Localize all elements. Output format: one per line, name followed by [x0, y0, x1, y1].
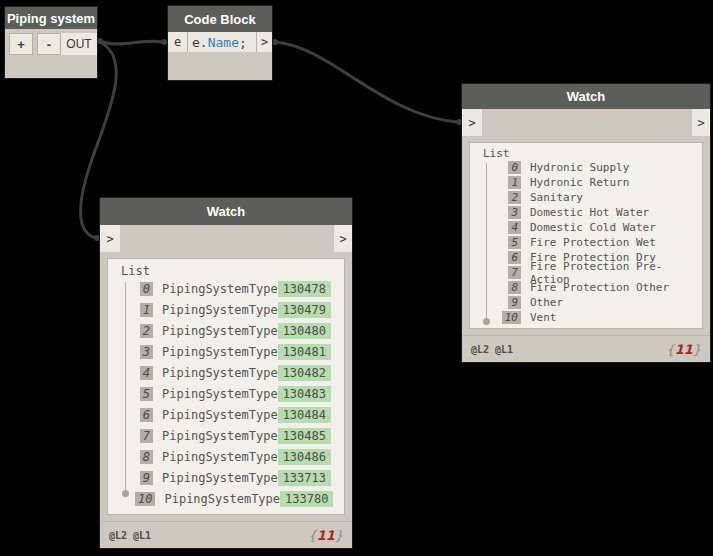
list-item: 1 PipingSystemType 130479: [108, 299, 344, 320]
list-item-label: PipingSystemType: [162, 324, 278, 338]
list-item-label: Sanitary: [530, 191, 583, 204]
node-title: Code Block: [184, 12, 256, 27]
list-item-value: 133713: [278, 470, 331, 486]
list-item-value: 130485: [278, 428, 331, 444]
list-item-value: 130482: [278, 365, 331, 381]
list-index-badge: 3: [140, 345, 153, 359]
list-item-value: 130484: [278, 407, 331, 423]
code-token: e.: [192, 35, 208, 50]
list-index-badge: 8: [140, 450, 153, 464]
node-body: List 0 PipingSystemType 130478 1 PipingS…: [100, 252, 352, 521]
lacing-levels-label: @L2 @L1: [109, 530, 151, 541]
count-brace: }: [693, 342, 701, 357]
list-index-wrap: 3: [497, 206, 521, 219]
list-index-wrap: 8: [135, 450, 153, 464]
node-header[interactable]: Code Block: [168, 6, 272, 32]
list-item: 8 PipingSystemType 130486: [108, 446, 344, 467]
node-piping-system[interactable]: Piping system + - OUT: [5, 7, 97, 78]
output-port-out[interactable]: OUT: [61, 33, 97, 55]
node-header[interactable]: Watch: [100, 198, 352, 225]
node-body: [168, 52, 272, 80]
output-port[interactable]: >: [692, 109, 710, 136]
list-index-badge: 4: [508, 221, 521, 234]
list-item-value: 130483: [278, 386, 331, 402]
node-title: Watch: [207, 204, 246, 219]
list-item-value: 130479: [278, 302, 331, 318]
input-port[interactable]: >: [100, 225, 120, 252]
list-item-label: Fire Protection Other: [530, 281, 669, 294]
lacing-levels-label: @L2 @L1: [471, 344, 513, 355]
wire-codeblock-to-watch-names[interactable]: [275, 42, 458, 122]
list-index-wrap: 0: [135, 282, 153, 296]
list-item-value: 130486: [278, 449, 331, 465]
list-index-wrap: 9: [135, 471, 153, 485]
list-item: 1 Hydronic Return: [470, 175, 702, 190]
list-index-wrap: 0: [497, 161, 521, 174]
list-index-badge: 8: [508, 281, 521, 294]
output-port[interactable]: >: [256, 32, 272, 52]
list-item-label: PipingSystemType: [162, 282, 278, 296]
input-port-e[interactable]: e: [168, 32, 188, 52]
list-index-badge: 5: [140, 387, 153, 401]
port-row: e e. Name ; >: [168, 32, 272, 52]
list-index-badge: 9: [508, 296, 521, 309]
list-index-wrap: 5: [497, 236, 521, 249]
remove-input-button[interactable]: -: [37, 33, 61, 55]
list-item: 3 PipingSystemType 130481: [108, 341, 344, 362]
watch-list: 0 Hydronic Supply 1 Hydronic Return 2 Sa…: [470, 160, 702, 325]
list-item-label: PipingSystemType: [162, 408, 278, 422]
list-index-wrap: 7: [135, 429, 153, 443]
list-item-label: PipingSystemType: [162, 345, 278, 359]
node-header[interactable]: Piping system: [5, 7, 97, 29]
code-editor[interactable]: e. Name ;: [188, 32, 256, 52]
output-port[interactable]: >: [334, 225, 352, 252]
list-index-badge: 10: [135, 492, 155, 506]
list-item: 4 PipingSystemType 130482: [108, 362, 344, 383]
list-item: 2 Sanitary: [470, 190, 702, 205]
list-index-badge: 7: [140, 429, 153, 443]
list-index-wrap: 1: [135, 303, 153, 317]
list-item-value: 130481: [278, 344, 331, 360]
list-index-badge: 2: [508, 191, 521, 204]
list-item: 2 PipingSystemType 130480: [108, 320, 344, 341]
list-index-wrap: 6: [135, 408, 153, 422]
input-port[interactable]: >: [462, 109, 482, 136]
list-index-wrap: 9: [497, 296, 521, 309]
watch-preview-panel: List 0 PipingSystemType 130478 1 PipingS…: [107, 258, 345, 515]
list-count-badge: {11}: [666, 342, 701, 357]
list-item: 10 PipingSystemType 133780: [108, 488, 344, 509]
list-index-wrap: 4: [135, 366, 153, 380]
node-watch-names[interactable]: Watch > > List 0 Hydronic Supply: [462, 84, 710, 362]
node-header[interactable]: Watch: [462, 84, 710, 109]
list-item-label: Vent: [530, 311, 557, 324]
node-watch-types[interactable]: Watch > > List 0 PipingSystemType 130478: [100, 198, 352, 548]
wire-piping-to-codeblock[interactable]: [99, 41, 163, 44]
list-index-badge: 0: [140, 282, 153, 296]
list-item: 7 Fire Protection Pre-Action: [470, 265, 702, 280]
list-item: 6 PipingSystemType 130484: [108, 404, 344, 425]
count-brace: }: [335, 528, 343, 543]
list-index-wrap: 2: [135, 324, 153, 338]
count-brace: {: [308, 528, 316, 543]
list-index-wrap: 5: [135, 387, 153, 401]
list-index-wrap: 1: [497, 176, 521, 189]
port-row: > >: [462, 109, 710, 136]
list-item-value: 130480: [278, 323, 331, 339]
code-token-property: Name: [208, 35, 239, 50]
list-item: 4 Domestic Cold Water: [470, 220, 702, 235]
count-number: 11: [317, 528, 335, 543]
list-item: 0 PipingSystemType 130478: [108, 278, 344, 299]
list-index-wrap: 10: [497, 311, 521, 324]
list-index-badge: 9: [140, 471, 153, 485]
list-item: 7 PipingSystemType 130485: [108, 425, 344, 446]
list-item-label: Other: [530, 296, 563, 309]
list-item: 9 PipingSystemType 133713: [108, 467, 344, 488]
add-input-button[interactable]: +: [9, 33, 33, 55]
port-row-space: [482, 109, 692, 136]
watch-preview-panel: List 0 Hydronic Supply 1 Hydronic Return: [469, 142, 703, 329]
list-index-wrap: 8: [497, 281, 521, 294]
list-item-label: PipingSystemType: [164, 492, 280, 506]
dynamo-canvas[interactable]: Piping system + - OUT Code Block e e. Na…: [0, 0, 713, 556]
list-index-badge: 6: [140, 408, 153, 422]
node-code-block[interactable]: Code Block e e. Name ; >: [168, 6, 272, 80]
